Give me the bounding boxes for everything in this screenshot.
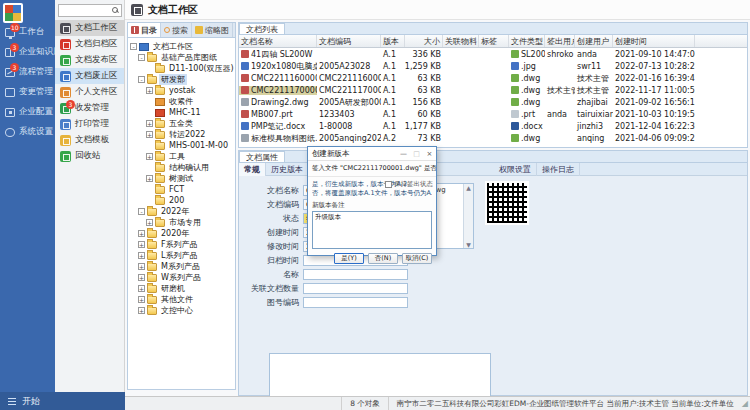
column-header[interactable]: 创建时间 <box>613 35 695 47</box>
tree-expander-icon[interactable]: + <box>138 307 145 314</box>
scroll-down-icon[interactable]: ▼ <box>466 241 471 248</box>
tree-expander-icon[interactable]: - <box>130 43 137 50</box>
minimize-icon[interactable]: — <box>397 148 410 160</box>
tree-expander-icon[interactable]: + <box>146 131 153 138</box>
start-button[interactable]: 开始 <box>0 392 125 410</box>
tree-node[interactable]: + 树测试 <box>128 173 235 184</box>
module-item[interactable]: 文档废止区 <box>55 68 124 84</box>
tree-expander-icon[interactable]: + <box>146 120 153 127</box>
module-search-input[interactable] <box>58 4 122 17</box>
tree-expander-icon[interactable]: + <box>146 87 153 94</box>
tree-node[interactable]: + L系列产品 <box>128 250 235 261</box>
column-header[interactable]: 标签 <box>479 35 509 47</box>
tree-node[interactable]: MHS-001-M-00 <box>128 140 235 151</box>
no-button[interactable]: 否(N) <box>368 253 398 264</box>
tree-node[interactable]: 结构确认用 <box>128 162 235 173</box>
primary-nav-item[interactable]: 企业配置 <box>0 102 55 122</box>
tree-node[interactable]: + 文控中心 <box>128 305 235 316</box>
table-row[interactable]: MB007.prt 1233403 A.1 60 KB .prt anda ta… <box>239 108 747 120</box>
tree-node[interactable]: + 市场专用 <box>128 217 235 228</box>
tree-node[interactable]: + M系列产品 <box>128 261 235 272</box>
tree-node[interactable]: 200 <box>128 195 235 206</box>
list-scrollbar[interactable]: ▲ ▼ <box>463 184 473 248</box>
scroll-up-icon[interactable]: ▲ <box>466 184 471 191</box>
module-item[interactable]: 个人文件区 <box>55 84 124 100</box>
tree-node[interactable]: + 2020年 <box>128 228 235 239</box>
remark-textarea[interactable]: 升级版本 <box>312 211 432 249</box>
file-list-tab[interactable]: 文档列表 <box>239 23 285 34</box>
tree-expander-icon[interactable]: - <box>138 208 145 215</box>
tree-expander-icon[interactable]: + <box>138 263 145 270</box>
checkbox-icon[interactable] <box>385 181 392 188</box>
column-header[interactable]: 文档名称 <box>239 35 317 47</box>
table-row[interactable]: CMC22111700001.dwg CMC22111700001 A.1 63… <box>239 84 747 96</box>
column-header[interactable]: 文件类型 <box>509 35 545 47</box>
module-item[interactable]: 打印管理 <box>55 116 124 132</box>
table-row[interactable]: PMP笔记.docx 1-80008 A.1 1,177 KB .docx ji… <box>239 120 747 132</box>
tree-node[interactable]: MHC-11 <box>128 107 235 118</box>
table-row[interactable]: CMC22111600002.dwg CMC22111600003 A.1 63… <box>239 72 747 84</box>
module-item[interactable]: 3 收发管理 <box>55 100 124 116</box>
module-item[interactable]: 文档模板 <box>55 132 124 148</box>
primary-nav-item[interactable]: 系统设置 <box>0 122 55 142</box>
tree-expander-icon[interactable]: + <box>138 296 145 303</box>
field-input[interactable] <box>303 269 408 280</box>
tree-expander-icon[interactable]: + <box>138 274 145 281</box>
tree-node[interactable]: - 基础产品库图纸 <box>128 52 235 63</box>
tree-node[interactable]: 收紧件 <box>128 96 235 107</box>
tree-expander-icon[interactable]: - <box>138 76 145 83</box>
tree-node[interactable]: - 2022年 <box>128 206 235 217</box>
tree-expander-icon[interactable]: + <box>138 230 145 237</box>
tree-node[interactable]: + 其他文件 <box>128 294 235 305</box>
props-tab[interactable]: 文档属性 <box>239 151 285 162</box>
tree-node[interactable]: + yostak <box>128 85 235 96</box>
cancel-button[interactable]: 取消(C) <box>402 253 432 264</box>
tree-node[interactable]: + 五金类 <box>128 118 235 129</box>
resize-grip[interactable]: ◢ <box>742 399 750 408</box>
tree-expander-icon[interactable]: + <box>138 285 145 292</box>
column-header[interactable]: 版本 <box>381 35 405 47</box>
table-row[interactable]: 1920x1080电脑桌面(1)(1).jpg 2005A23028 A.1 1… <box>239 60 747 72</box>
tree-node[interactable]: FCT <box>128 184 235 195</box>
props-inner-tab[interactable]: 常规 <box>239 163 266 176</box>
tree-node[interactable]: - 文档工作区 <box>128 41 235 52</box>
primary-nav-item[interactable]: 流程管理 3 <box>0 62 55 82</box>
keep-checkout-checkbox[interactable]: 保持签出状态 <box>385 180 433 189</box>
primary-nav-item[interactable]: 变更管理 <box>0 82 55 102</box>
primary-nav-item[interactable]: 企业知识库 3 <box>0 42 55 62</box>
module-item[interactable]: 文档发布区 <box>55 52 124 68</box>
tree-expander-icon[interactable]: + <box>146 153 153 160</box>
module-item[interactable]: 文档归档区 <box>55 36 124 52</box>
tree-node[interactable]: + F系列产品 <box>128 239 235 250</box>
tree-node[interactable]: + 工具 <box>128 151 235 162</box>
tree-expander-icon[interactable]: + <box>138 241 145 248</box>
props-inner-tab[interactable]: 权限设置 <box>494 163 537 176</box>
table-row[interactable]: 41四轴 SL200W A.1 336 KB SL200W shroko and… <box>239 48 747 60</box>
tree-node[interactable]: + 转运2022 <box>128 129 235 140</box>
tree-node[interactable]: + 研磨机 <box>128 283 235 294</box>
props-inner-tab[interactable]: 操作日志 <box>537 163 580 176</box>
tree-node[interactable]: + W系列产品 <box>128 272 235 283</box>
tree-tab[interactable]: 搜索 <box>161 23 192 37</box>
table-row[interactable]: Drawing2.dwg 2005A研发部00007 A.1 156 KB .d… <box>239 96 747 108</box>
column-header[interactable]: 签出用户 <box>545 35 575 47</box>
tree-expander-icon[interactable]: + <box>146 175 153 182</box>
yes-button[interactable]: 是(Y) <box>334 253 364 264</box>
column-header[interactable]: 关联物料 <box>443 35 479 47</box>
column-header[interactable]: 大小 <box>405 35 443 47</box>
props-inner-tab[interactable]: 历史版本 <box>266 163 309 176</box>
module-item[interactable]: 文档工作区 <box>55 20 124 36</box>
field-input[interactable] <box>303 283 408 294</box>
tree-node[interactable]: D11-100(双压器) <box>128 63 235 74</box>
tree-tab[interactable]: 缩略图 <box>192 23 233 37</box>
column-header[interactable]: 文档编码 <box>317 35 381 47</box>
field-input[interactable] <box>303 297 408 308</box>
dialog-titlebar[interactable]: 创建新版本 — □ × <box>308 147 436 161</box>
tree-expander-icon[interactable]: + <box>138 252 145 259</box>
table-row[interactable]: 标准模具物料图纸.003.dwg 2005anqing202104... A.2… <box>239 132 747 144</box>
tree-expander-icon[interactable]: + <box>146 219 153 226</box>
close-icon[interactable]: × <box>423 148 436 160</box>
tree-node[interactable]: - 研发部 <box>128 74 235 85</box>
tree-expander-icon[interactable]: - <box>138 54 145 61</box>
primary-nav-item[interactable]: 工作台 10 <box>0 22 55 42</box>
